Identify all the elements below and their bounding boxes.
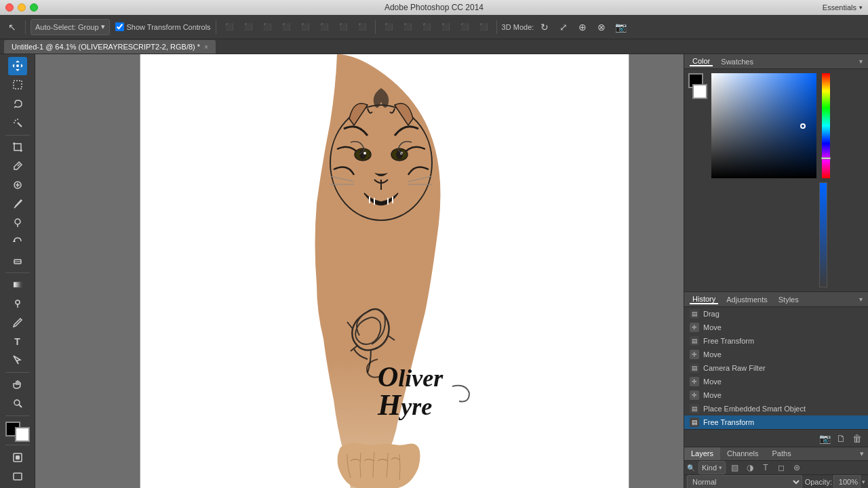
auto-select-group[interactable]: Auto-Select: Group ▾ [31,19,110,35]
move-tool[interactable] [8,57,27,75]
align-middle-icon[interactable]: ⬛ [456,19,473,35]
svg-point-14 [16,300,20,304]
minimize-button[interactable] [18,3,26,12]
close-button[interactable] [5,3,14,12]
eraser-tool[interactable] [8,251,27,270]
filter-shape-icon[interactable]: ◻ [774,461,788,474]
move-tool-button[interactable]: ↖ [4,19,20,35]
history-snapshot-button[interactable]: 📷 [818,432,831,445]
lasso-tool[interactable] [8,95,27,113]
opacity-slider[interactable] [819,182,827,287]
crop-tool[interactable] [8,138,27,156]
history-tab[interactable]: History [690,295,718,304]
color-swatches[interactable] [5,422,30,443]
transform-mr-icon[interactable]: ⬛ [297,19,313,35]
spectrum-cursor [800,123,806,129]
path-select-tool[interactable] [8,351,27,369]
align-right-icon[interactable]: ⬛ [418,19,435,35]
brush-tool[interactable] [8,195,27,213]
filter-text-icon[interactable]: T [759,461,772,474]
history-item-move3[interactable]: Move [684,375,868,388]
transform-t-icon[interactable]: ⬛ [240,19,256,35]
color-tab[interactable]: Color [690,57,713,66]
paths-tab[interactable]: Paths [766,447,798,460]
quick-mask-tool[interactable] [8,448,27,466]
adjustments-tab[interactable]: Adjustments [724,296,770,304]
show-transform-checkbox[interactable] [115,22,124,31]
transform-b-icon[interactable]: ⬛ [335,19,351,35]
eyedropper-tool[interactable] [8,157,27,175]
history-item-move1[interactable]: Move [684,321,868,334]
history-item-embed[interactable]: Place Embedded Smart Object [684,402,868,415]
history-item-icon-crf [690,363,699,373]
history-panel-collapse-icon[interactable]: ▾ [859,296,863,303]
active-tab[interactable]: Untitled-1 @ 64.1% (OLIVERAYRESCRIPT2-2,… [4,40,216,54]
align-top-icon[interactable]: ⬛ [437,19,454,35]
history-brush-tool[interactable] [8,232,27,251]
opacity-control: Opacity: ▾ [805,475,865,488]
hue-slider[interactable] [822,73,830,178]
transform-tl-icon[interactable]: ⬛ [221,19,237,35]
history-item-move4[interactable]: Move [684,388,868,402]
channels-tab[interactable]: Channels [720,447,765,460]
history-item-freetransform2[interactable]: Free Transform [684,415,868,429]
filter-kind-selector[interactable]: Kind ▾ [698,461,726,474]
history-item-cameraraw[interactable]: Camera Raw Filter [684,361,868,375]
3d-pan-icon[interactable]: ⤢ [555,19,572,35]
3d-camera-icon[interactable]: 📷 [612,19,629,35]
svg-marker-11 [13,239,16,242]
transform-bl-icon[interactable]: ⬛ [316,19,332,35]
3d-tool-icon[interactable]: ⊗ [593,19,610,35]
history-item-move2[interactable]: Move [684,348,868,361]
auto-select-chevron-icon: ▾ [101,22,105,31]
align-left-icon[interactable]: ⬛ [380,19,397,35]
align-center-icon[interactable]: ⬛ [399,19,416,35]
zoom-tool[interactable] [8,394,27,413]
tab-close-button[interactable]: × [204,43,208,51]
type-tool[interactable]: T [8,332,27,350]
layers-panel-collapse-icon[interactable]: ▾ [856,447,868,460]
transform-br-icon[interactable]: ⬛ [354,19,370,35]
layers-tab[interactable]: Layers [684,447,720,460]
blend-mode-select[interactable]: Normal Multiply Screen Overlay [687,475,802,488]
healing-brush-tool[interactable] [8,176,27,194]
3d-zoom-icon[interactable]: ⊕ [574,19,591,35]
filter-smart-icon[interactable]: ⊛ [790,461,804,474]
filter-pixel-icon[interactable]: ▨ [728,461,741,474]
tab-bar: Untitled-1 @ 64.1% (OLIVERAYRESCRIPT2-2,… [0,39,868,54]
align-bottom-icon[interactable]: ⬛ [475,19,492,35]
color-spectrum-wrapper [711,73,830,287]
maximize-button[interactable] [30,3,38,12]
transform-tr-icon[interactable]: ⬛ [259,19,275,35]
history-item-label-embed: Place Embedded Smart Object [703,405,806,413]
history-new-button[interactable]: 🗋 [834,432,848,445]
essentials-dropdown-icon[interactable]: ▾ [859,4,863,11]
layers-panel: Layers Channels Paths ▾ 🔍 Kind ▾ ▨ ◑ T ◻… [684,447,868,488]
dodge-tool[interactable] [8,294,27,312]
marquee-tool[interactable] [8,76,27,94]
styles-tab[interactable]: Styles [776,296,802,304]
background-color[interactable] [15,427,30,442]
canvas-area[interactable]: Oliver Hyre [35,54,684,488]
transform-ml-icon[interactable]: ⬛ [278,19,294,35]
toolbar-separator-3 [375,20,376,34]
pen-tool[interactable] [8,313,27,331]
background-color-swatch[interactable] [692,84,707,99]
swatches-tab[interactable]: Swatches [718,58,756,66]
screen-mode-tool[interactable] [8,467,27,485]
color-panel-collapse-icon[interactable]: ▾ [859,58,863,65]
hand-tool[interactable] [8,375,27,394]
tool-separator-2 [5,272,30,273]
history-item-drag[interactable]: Drag [684,307,868,321]
history-delete-button[interactable]: 🗑 [850,432,864,445]
opacity-input[interactable] [833,475,861,488]
clone-stamp-tool[interactable] [8,214,27,232]
gradient-tool[interactable] [8,276,27,294]
3d-rotate-icon[interactable]: ↻ [536,19,553,35]
history-item-freetransform1[interactable]: Free Transform [684,334,868,348]
magic-wand-tool[interactable] [8,114,27,132]
filter-adjust-icon[interactable]: ◑ [743,461,757,474]
blend-mode-row: Normal Multiply Screen Overlay Opacity: … [684,475,868,488]
history-item-label-crf: Camera Raw Filter [703,364,766,372]
color-spectrum[interactable] [711,73,816,178]
